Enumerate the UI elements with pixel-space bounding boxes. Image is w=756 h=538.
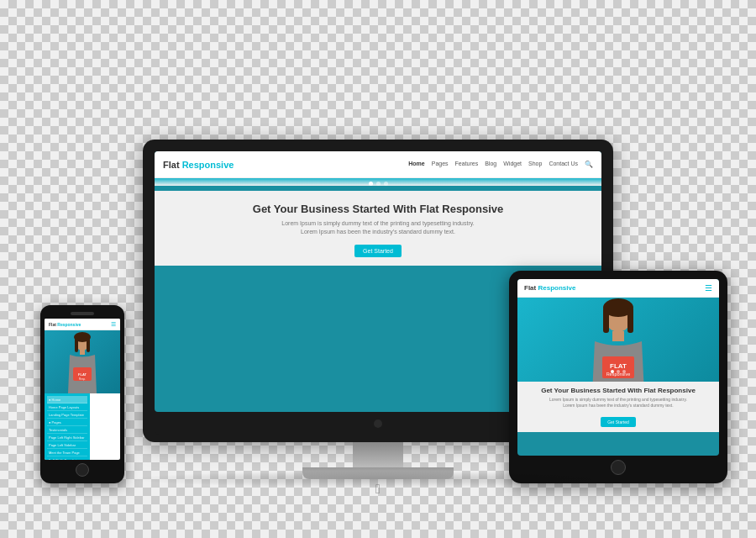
monitor-hero-content: Get Your Business Started With Flat Resp… [155, 191, 601, 266]
monitor-hero-subtitle: Lorem Ipsum is simply dummy text of the … [163, 219, 593, 236]
tablet-logo: Flat Responsive [524, 284, 575, 292]
phone-home-button[interactable] [76, 463, 89, 477]
tablet-woman-svg: FLAT Responsive [559, 298, 677, 382]
phone-menu-testimonials[interactable]: Testimonials [47, 426, 87, 434]
phone-hamburger-icon[interactable]: ☰ [111, 321, 116, 327]
phone-sidebar: ● Home Home Page Layouts Landing Page Te… [45, 393, 90, 460]
svg-rect-10 [75, 337, 78, 352]
tablet-hamburger-icon[interactable]: ☰ [705, 283, 712, 293]
monitor-chin-circle [374, 419, 382, 428]
phone-screen: Flat Responsive ☰ FLAT [45, 319, 120, 460]
phone-menu-home[interactable]: ● Home [47, 396, 87, 404]
tablet-dot-1 [611, 370, 614, 373]
nav-widget[interactable]: Widget [503, 161, 522, 168]
tablet-hero-image: FLAT Responsive [517, 298, 719, 382]
phone-menu-full-width[interactable]: Full Width Template [47, 456, 87, 460]
phone-logo: Flat Responsive [49, 322, 81, 327]
monitor-hero-subtitle-2: Lorem Ipsum has been the industry's stan… [301, 229, 455, 235]
monitor-navbar: Flat Responsive Home Pages Features Blog… [155, 151, 601, 178]
tablet-dot-2 [617, 370, 620, 373]
monitor-logo: Flat Responsive [163, 160, 234, 170]
svg-rect-20 [612, 331, 624, 341]
svg-text:Resp.: Resp. [79, 377, 86, 381]
dot-3 [384, 182, 388, 186]
phone-menu-page-left[interactable]: Page Left Sidebar [47, 441, 87, 449]
monitor-nav-links: Home Pages Features Blog Widget Shop Con… [408, 161, 593, 168]
tablet-logo-flat: Flat [524, 284, 536, 292]
nav-shop[interactable]: Shop [528, 161, 542, 168]
svg-rect-12 [80, 350, 85, 355]
monitor-neck [353, 442, 403, 467]
dot-1 [369, 182, 373, 186]
monitor-logo-responsive: Responsive [182, 160, 234, 170]
phone-menu-team[interactable]: Meet the Team Page [47, 449, 87, 456]
svg-rect-19 [627, 308, 633, 333]
tablet-device: Flat Responsive ☰ [509, 271, 727, 483]
phone-navbar: Flat Responsive ☰ [45, 319, 120, 330]
dot-2 [376, 182, 381, 186]
phone-hero-image: FLAT Resp. [45, 330, 120, 393]
phone-woman-svg: FLAT Resp. [49, 330, 116, 393]
nav-contact[interactable]: Contact Us [549, 161, 578, 168]
phone-sidebar-area: ● Home Home Page Layouts Landing Page Te… [45, 393, 120, 460]
tablet-carousel-dots [517, 370, 719, 373]
tablet-frame: Flat Responsive ☰ [509, 271, 727, 483]
phone-logo-flat: Flat [49, 322, 56, 327]
tablet-dot-3 [622, 370, 626, 373]
search-icon[interactable]: 🔍 [585, 161, 593, 168]
monitor-hero-title: Get Your Business Started With Flat Resp… [163, 203, 593, 215]
tablet-hero-content: Get Your Business Started With Flat Resp… [517, 382, 719, 432]
nav-home[interactable]: Home [408, 161, 424, 168]
svg-text:FLAT: FLAT [610, 362, 627, 370]
tablet-hero-title: Get Your Business Started With Flat Resp… [522, 387, 714, 394]
mobile-phone: Flat Responsive ☰ FLAT [40, 305, 124, 483]
svg-text:FLAT: FLAT [78, 372, 87, 377]
tablet-hero-subtitle: Lorem Ipsum is simply dummy text of the … [522, 397, 714, 409]
phone-menu-pages[interactable]: ● Pages [47, 419, 87, 426]
phone-menu-home-layouts[interactable]: Home Page Layouts [47, 404, 87, 411]
monitor-hero-subtitle-1: Lorem Ipsum is simply dummy text of the … [281, 220, 474, 226]
tablet-subtitle-1: Lorem Ipsum is simply dummy text of the … [549, 397, 687, 402]
nav-blog[interactable]: Blog [485, 161, 496, 168]
monitor-carousel-dots [155, 182, 601, 186]
tablet-get-started-button[interactable]: Get Started [601, 417, 636, 427]
phone-menu-page-left-right[interactable]: Page Left Right Sidebar [47, 434, 87, 441]
phone-frame: Flat Responsive ☰ FLAT [40, 305, 124, 483]
nav-features[interactable]: Features [455, 161, 479, 168]
monitor-logo-flat: Flat [163, 160, 180, 170]
tablet-navbar: Flat Responsive ☰ [517, 279, 719, 298]
phone-speaker [71, 312, 94, 315]
tablet-subtitle-2: Lorem Ipsum has been the industry's stan… [563, 403, 673, 408]
phone-menu-landing[interactable]: Landing Page Template [47, 411, 87, 419]
monitor-get-started-button[interactable]: Get Started [354, 245, 402, 257]
tablet-screen: Flat Responsive ☰ [517, 279, 719, 456]
nav-pages[interactable]: Pages [432, 161, 449, 168]
svg-rect-18 [603, 308, 609, 333]
device-shadow [126, 471, 630, 488]
svg-rect-11 [87, 337, 90, 352]
scene: Flat Responsive Home Pages Features Blog… [17, 8, 739, 530]
tablet-logo-responsive: Responsive [538, 284, 575, 292]
phone-logo-responsive: Responsive [57, 322, 81, 327]
